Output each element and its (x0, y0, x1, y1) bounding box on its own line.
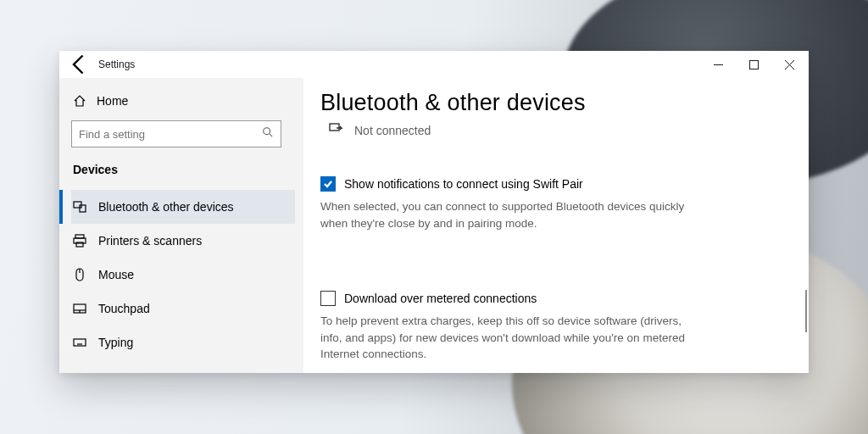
touchpad-icon (73, 302, 86, 315)
back-button[interactable] (68, 53, 92, 76)
bluetooth-status-row: Not connected (320, 121, 787, 139)
metered-check-row[interactable]: Download over metered connections (320, 291, 706, 306)
sidebar-item-typing[interactable]: Typing (71, 326, 295, 359)
bluetooth-status-text: Not connected (354, 124, 431, 137)
sidebar-item-label: Touchpad (98, 302, 150, 315)
metered-label: Download over metered connections (344, 292, 537, 305)
home-icon (73, 94, 86, 108)
sidebar-item-printers[interactable]: Printers & scanners (71, 224, 295, 258)
svg-rect-21 (330, 124, 339, 131)
search-icon (262, 126, 274, 142)
sidebar-item-label: Bluetooth & other devices (98, 200, 234, 214)
swift-pair-label: Show notifications to connect using Swif… (344, 177, 583, 191)
window-title: Settings (98, 58, 135, 70)
sidebar-item-label: Typing (98, 336, 133, 349)
swift-pair-check-row[interactable]: Show notifications to connect using Swif… (320, 176, 702, 192)
maximize-button[interactable] (736, 52, 771, 77)
device-status-icon (329, 121, 344, 139)
swift-pair-checkbox[interactable] (320, 176, 336, 192)
sidebar-item-bluetooth[interactable]: Bluetooth & other devices (71, 190, 295, 224)
svg-point-4 (264, 128, 270, 135)
sidebar-home-label: Home (97, 94, 128, 108)
titlebar: Settings (59, 51, 809, 78)
sidebar-item-mouse[interactable]: Mouse (71, 258, 295, 292)
sidebar: Home Devices Bluetooth & other devices (59, 78, 303, 373)
settings-window: Settings Home Device (59, 51, 809, 373)
sidebar-home[interactable]: Home (71, 85, 295, 117)
devices-icon (73, 200, 86, 214)
sidebar-item-label: Mouse (98, 268, 134, 281)
page-title: Bluetooth & other devices (320, 90, 787, 116)
minimize-button[interactable] (700, 52, 736, 77)
sidebar-nav-list: Bluetooth & other devices Printers & sca… (71, 190, 295, 359)
swift-pair-help: When selected, you can connect to suppor… (320, 198, 702, 231)
svg-line-5 (270, 134, 273, 137)
sidebar-category-header: Devices (71, 163, 295, 176)
mouse-icon (73, 268, 86, 281)
metered-option: Download over metered connections To hel… (320, 291, 706, 363)
scrollbar[interactable] (805, 290, 807, 332)
swift-pair-option: Show notifications to connect using Swif… (320, 176, 702, 231)
search-input[interactable] (79, 128, 262, 141)
svg-rect-7 (80, 205, 86, 212)
printer-icon (73, 234, 86, 248)
metered-help: To help prevent extra charges, keep this… (320, 313, 706, 363)
content-pane: Bluetooth & other devices Not connected … (303, 78, 809, 373)
svg-rect-16 (74, 339, 86, 346)
sidebar-item-label: Printers & scanners (98, 234, 202, 248)
search-box[interactable] (71, 120, 281, 147)
sidebar-item-touchpad[interactable]: Touchpad (71, 292, 295, 326)
close-button[interactable] (771, 52, 807, 77)
svg-rect-8 (75, 235, 84, 238)
svg-rect-1 (749, 60, 758, 69)
keyboard-icon (73, 336, 86, 349)
metered-checkbox[interactable] (320, 291, 336, 306)
